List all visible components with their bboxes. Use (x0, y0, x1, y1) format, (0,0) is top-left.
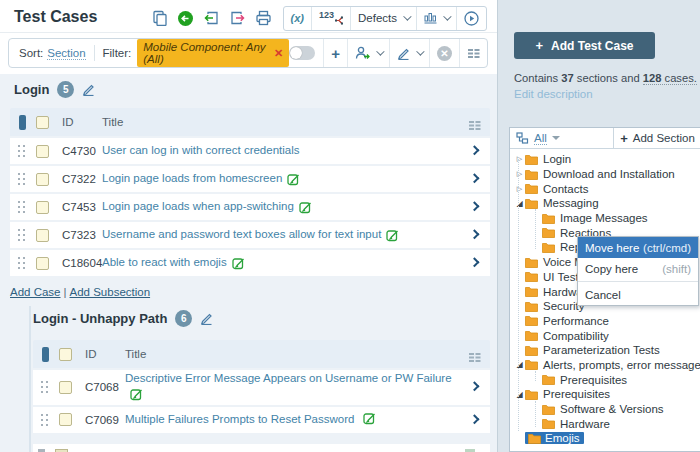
tree-node[interactable]: Compatibility (510, 328, 700, 343)
tree-filter-dropdown[interactable]: All (510, 128, 613, 148)
variables-button[interactable]: (x) (284, 7, 311, 30)
select-all-checkbox[interactable] (36, 116, 49, 129)
column-settings-icon[interactable] (468, 349, 481, 367)
collapse-icon[interactable]: ◢ (514, 390, 525, 399)
case-title-link[interactable]: Username and password text boxes allow f… (102, 226, 399, 243)
case-title-link[interactable]: User can log in with correct credentials (102, 142, 300, 159)
sort-value-link[interactable]: Section (47, 47, 85, 60)
tree-node[interactable]: ◢Alerts, prompts, error message (510, 358, 700, 373)
column-header-id: ID (85, 348, 125, 360)
pull-cases-icon[interactable] (173, 7, 199, 29)
tree-line (535, 401, 536, 427)
clear-selection-button[interactable]: ✕ (429, 39, 459, 67)
select-all-checkbox[interactable] (59, 348, 72, 361)
section-name: Login (14, 82, 49, 97)
tree-node[interactable]: Prerequisites (510, 372, 700, 387)
assign-dropdown[interactable] (347, 39, 389, 67)
edit-section-icon[interactable] (82, 83, 95, 96)
row-checkbox[interactable] (36, 145, 49, 158)
page-title: Test Cases (14, 8, 97, 26)
add-section-button[interactable]: + Add Section (613, 128, 700, 148)
drag-handle[interactable] (18, 257, 26, 269)
tree-node[interactable]: ◢Prerequisites (510, 387, 700, 402)
table-header: ID Title (10, 108, 490, 136)
open-case-chevron-icon[interactable] (470, 414, 480, 424)
tree-node[interactable]: Parameterization Tests (510, 343, 700, 358)
tree-node[interactable]: Hardware (510, 416, 700, 431)
filter-chip-text: Mobile Component: Any (All) (143, 41, 268, 65)
drag-handle[interactable] (41, 414, 49, 426)
copy-icon[interactable] (147, 7, 173, 29)
menu-item-cancel[interactable]: Cancel (578, 284, 698, 305)
export-icon[interactable] (225, 7, 251, 29)
tree-node[interactable]: Emojis (510, 431, 700, 446)
drag-handle[interactable] (18, 229, 26, 241)
drag-dots-icon (18, 173, 20, 175)
import-icon[interactable] (199, 7, 225, 29)
print-icon[interactable] (251, 7, 277, 29)
case-title-link[interactable]: Login page loads from homescreen (102, 170, 300, 187)
row-checkbox[interactable] (36, 257, 49, 270)
tree-node[interactable]: ▷Contacts (510, 181, 700, 196)
open-case-chevron-icon[interactable] (470, 257, 480, 267)
open-case-chevron-icon[interactable] (470, 382, 480, 392)
remove-filter-icon[interactable]: ✕ (274, 47, 283, 60)
case-title-link[interactable]: Multiple Failures Prompts to Reset Passw… (125, 411, 376, 428)
tree-line (535, 209, 536, 249)
row-checkbox[interactable] (59, 381, 72, 394)
case-title-link[interactable]: Descriptive Error Message Appears on Use… (125, 370, 455, 405)
open-case-chevron-icon[interactable] (470, 145, 480, 155)
row-checkbox[interactable] (36, 229, 49, 242)
drag-all-handle[interactable] (19, 115, 26, 130)
tree-node[interactable]: ▷Download and Installation (510, 167, 700, 182)
expand-icon[interactable]: ▷ (514, 170, 525, 178)
open-case-chevron-icon[interactable] (470, 229, 480, 239)
menu-item-move-here[interactable]: Move here(ctrl/cmd) (578, 237, 698, 258)
add-subsection-link[interactable]: Add Subsection (70, 286, 151, 298)
open-case-chevron-icon[interactable] (470, 201, 480, 211)
tree-node[interactable]: Performance (510, 314, 700, 329)
add-button[interactable]: + (323, 39, 347, 67)
filter-chip[interactable]: Mobile Component: Any (All) ✕ (137, 39, 289, 67)
id-display-button[interactable]: 123 (311, 7, 350, 30)
row-checkbox[interactable] (36, 173, 49, 186)
expand-icon[interactable]: ▷ (514, 185, 525, 193)
drag-handle[interactable] (18, 173, 26, 185)
reports-dropdown[interactable] (416, 7, 456, 30)
tree-node[interactable]: Software & Versions (510, 402, 700, 417)
case-title-link[interactable]: Able to react with emojis (102, 254, 245, 271)
case-title-link[interactable]: Login page loads when app-switching (102, 198, 312, 215)
row-checkbox[interactable] (59, 413, 72, 426)
tree-node-label: Compatibility (543, 330, 609, 342)
column-settings-icon[interactable] (468, 117, 481, 135)
edit-section-icon[interactable] (200, 312, 213, 325)
filter-toggle[interactable] (289, 46, 315, 60)
drag-dots-icon (41, 381, 43, 383)
tree-node[interactable]: ▷Login (510, 152, 700, 167)
collapse-icon[interactable]: ◢ (514, 360, 525, 369)
tree-node[interactable]: ◢Messaging (510, 196, 700, 211)
menu-item-shortcut: (shift) (662, 263, 691, 275)
run-button[interactable] (456, 7, 486, 30)
tree-node[interactable]: Image Messages (510, 211, 700, 226)
drag-handle[interactable] (18, 201, 26, 213)
drag-dots-icon (18, 201, 20, 203)
add-case-link[interactable]: Add Case (10, 286, 61, 298)
close-icon: ✕ (437, 46, 452, 61)
defects-dropdown[interactable]: Defects (350, 7, 416, 30)
folder-icon (525, 330, 538, 341)
chevron-down-icon (376, 47, 384, 55)
edit-description-link[interactable]: Edit description (514, 88, 593, 100)
tree-node-label: Prerequisites (560, 374, 627, 386)
display-options-button[interactable] (459, 39, 487, 67)
expand-icon[interactable]: ▷ (514, 155, 525, 163)
drag-handle[interactable] (41, 381, 49, 393)
drag-handle[interactable] (18, 145, 26, 157)
menu-item-copy-here[interactable]: Copy here(shift) (578, 258, 698, 279)
open-case-chevron-icon[interactable] (470, 173, 480, 183)
drag-all-handle[interactable] (42, 347, 49, 362)
row-checkbox[interactable] (36, 201, 49, 214)
edit-dropdown[interactable] (389, 39, 429, 67)
add-test-case-button[interactable]: + Add Test Case (514, 32, 655, 59)
collapse-icon[interactable]: ◢ (514, 199, 525, 208)
